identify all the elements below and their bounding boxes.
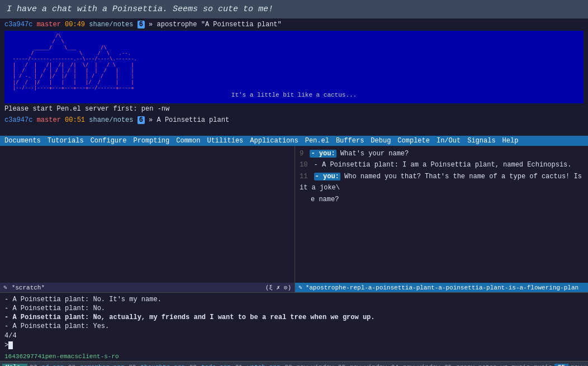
cursor[interactable] xyxy=(8,341,13,349)
input-line: > xyxy=(4,341,584,350)
status-num-31: 31 xyxy=(233,364,245,367)
menu-prompting[interactable]: Prompting xyxy=(133,137,169,145)
prompt-command: apostrophe "A Poinsettia plant" xyxy=(157,21,282,28)
top-banner: I have a chat with a Poinsettia. Seems s… xyxy=(0,0,588,18)
menu-documents[interactable]: Documents xyxy=(4,137,41,145)
page-indicator: 4/4 xyxy=(4,331,584,341)
status-num-34: 34 xyxy=(389,364,401,367)
menu-inout[interactable]: In/Out xyxy=(437,137,461,145)
status-mele[interactable]: Mele. xyxy=(2,364,27,367)
status-new-window-34[interactable]: new-window xyxy=(401,364,442,367)
left-pane: ✎ *scratch* (ξ ✗ ⊙) xyxy=(0,146,295,292)
process-num: 1 xyxy=(41,353,45,360)
menu-bar: Documents Tutorials Configure Prompting … xyxy=(0,136,588,146)
status-highlight-35: 35 xyxy=(554,364,568,367)
modeline-pencil: ✎ xyxy=(3,284,7,291)
left-pane-modeline: ✎ *scratch* (ξ ✗ ⊙) xyxy=(0,283,295,292)
bottom-chat-area: - A Poinsettia plant: No. It's my name. … xyxy=(0,292,588,352)
bottom-chat-1: - A Poinsettia plant: No. It's my name. xyxy=(4,295,584,304)
menu-common[interactable]: Common xyxy=(176,137,200,145)
prompt-branch: master xyxy=(37,21,61,28)
status-num-35: 35 xyxy=(442,364,454,367)
menu-penel[interactable]: Pen.el xyxy=(305,137,329,145)
emacs-area: Documents Tutorials Configure Prompting … xyxy=(0,136,588,292)
status-remember-org[interactable]: remember.org xyxy=(78,364,126,367)
speaker-you-9: - you: xyxy=(310,150,336,158)
menu-applications[interactable]: Applications xyxy=(250,137,298,145)
status-orspy[interactable]: orspy-notes-ws-music-music xyxy=(454,364,554,367)
modeline-buffer: *scratch* xyxy=(12,284,45,291)
status-new-window-32[interactable]: new-window xyxy=(295,364,336,367)
menu-complete[interactable]: Complete xyxy=(397,137,430,145)
ascii-art: /\ / \ _____/ \___ /\ / \ / \ .--. -----… xyxy=(4,31,584,103)
status-ad-org[interactable]: ad.org xyxy=(39,364,66,367)
prompt-line-2: c3a947c master 00:51 shane/notes 6 » A P… xyxy=(0,115,588,126)
pen-server-message: Please start Pen.el server first: pen -n… xyxy=(0,103,588,115)
chat-line-9: 9 - you: What's your name? xyxy=(300,148,584,159)
prompt-hash: c3a947c xyxy=(4,21,32,28)
status-watch-org[interactable]: watch.org xyxy=(245,364,282,367)
chat-line-10: 10 - A Poinsettia plant: I am a Poinsett… xyxy=(300,159,584,170)
menu-configure[interactable]: Configure xyxy=(91,137,127,145)
process-bar: 1643629774 1 pen-emacsclient-s-ro xyxy=(0,352,588,361)
bottom-chat-4: - A Poinsettia plant: Yes. xyxy=(4,322,584,331)
process-cmd: pen-emacsclient-s-ro xyxy=(45,353,119,360)
process-pid: 1643629774 xyxy=(4,353,41,360)
right-modeline-buffer: *apostrophe-repl-a-poinsettia-plant-a-po… xyxy=(306,284,578,291)
status-num-28: 28 xyxy=(66,364,78,367)
right-modeline-pencil: ✎ xyxy=(298,284,302,291)
ascii-caption: It's a little bit like a cactus... xyxy=(7,92,581,99)
terminal-area: c3a947c master 00:49 shane/notes 6 » apo… xyxy=(0,18,588,136)
prompt-line-1: c3a947c master 00:49 shane/notes 6 » apo… xyxy=(0,18,588,31)
menu-help[interactable]: Help xyxy=(502,137,519,145)
right-pane: 9 - you: What's your name? 10 - A Poinse… xyxy=(295,146,588,292)
menu-signals[interactable]: Signals xyxy=(467,137,495,145)
scratch-buffer[interactable] xyxy=(0,146,295,283)
right-pane-modeline: ✎ *apostrophe-repl-a-poinsettia-plant-a-… xyxy=(295,283,588,292)
menu-buffers[interactable]: Buffers xyxy=(336,137,364,145)
modeline-mode: (ξ ✗ ⊙) xyxy=(265,284,291,291)
split-panes: ✎ *scratch* (ξ ✗ ⊙) 9 - you: What's your… xyxy=(0,146,588,292)
status-num-29: 29 xyxy=(126,364,138,367)
speaker-you-11: - you: xyxy=(314,173,340,180)
chat-line-11b: e name? xyxy=(300,194,584,205)
status-num-33: 33 xyxy=(336,364,348,367)
status-new-window-end[interactable]: new-window xyxy=(568,364,588,367)
banner-text: I have a chat with a Poinsettia. Seems s… xyxy=(7,4,273,14)
status-num-30: 30 xyxy=(187,364,199,367)
menu-utilities[interactable]: Utilities xyxy=(207,137,243,145)
prompt-path: shane/notes xyxy=(89,21,133,28)
chat-line-11: 11 - you: Who named you that? That's the… xyxy=(300,171,584,194)
prompt-num: 6 xyxy=(137,21,145,28)
status-thoughts-org[interactable]: thoughts.org xyxy=(138,364,187,367)
status-bar: Mele. 27 ad.org 28 remember.org 29 thoug… xyxy=(0,361,588,366)
prompt-time: 00:49 xyxy=(65,21,85,28)
status-todo-org[interactable]: todo.org xyxy=(199,364,233,367)
chat-buffer[interactable]: 9 - you: What's your name? 10 - A Poinse… xyxy=(295,146,588,283)
status-new-window-33[interactable]: new-window xyxy=(348,364,389,367)
status-num-32: 32 xyxy=(282,364,294,367)
menu-tutorials[interactable]: Tutorials xyxy=(48,137,84,145)
status-num-27: 27 xyxy=(27,364,39,367)
prompt-symbol: > xyxy=(4,341,8,349)
menu-debug[interactable]: Debug xyxy=(371,137,391,145)
bottom-chat-2: - A Poinsettia plant: No. xyxy=(4,304,584,313)
bottom-chat-3: - A Poinsettia plant: No, actually, my f… xyxy=(4,313,584,322)
